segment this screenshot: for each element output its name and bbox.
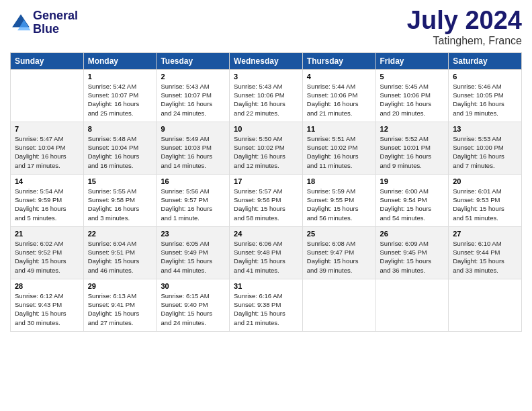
day-info: Sunrise: 5:53 AMSunset: 10:00 PMDaylight… [453, 134, 517, 170]
day-number: 18 [307, 177, 371, 185]
day-number: 16 [161, 177, 225, 185]
cell-week1-day7: 6Sunrise: 5:46 AMSunset: 10:05 PMDayligh… [449, 69, 522, 122]
header-monday: Monday [83, 52, 157, 69]
day-info: Sunrise: 5:57 AMSunset: 9:56 PMDaylight:… [234, 187, 298, 222]
cell-week5-day5 [302, 279, 375, 331]
day-info: Sunrise: 5:50 AMSunset: 10:02 PMDaylight… [234, 134, 298, 170]
day-number: 29 [88, 282, 152, 290]
cell-week3-day5: 18Sunrise: 5:59 AMSunset: 9:55 PMDayligh… [302, 174, 375, 226]
header-friday: Friday [375, 52, 449, 69]
cell-week5-day6 [375, 279, 449, 331]
day-info: Sunrise: 5:54 AMSunset: 9:59 PMDaylight:… [15, 187, 79, 222]
cell-week3-day1: 14Sunrise: 5:54 AMSunset: 9:59 PMDayligh… [11, 174, 84, 226]
day-number: 4 [307, 73, 371, 81]
day-info: Sunrise: 6:09 AMSunset: 9:45 PMDaylight:… [380, 239, 445, 275]
logo-text: General Blue [33, 9, 78, 36]
day-info: Sunrise: 5:56 AMSunset: 9:57 PMDaylight:… [161, 187, 225, 222]
header: General Blue July 2024 Tatinghem, France [10, 7, 522, 47]
day-number: 28 [15, 282, 79, 290]
cell-week2-day3: 9Sunrise: 5:49 AMSunset: 10:03 PMDayligh… [157, 122, 230, 174]
week-row-2: 7Sunrise: 5:47 AMSunset: 10:04 PMDayligh… [11, 122, 522, 174]
day-number: 3 [234, 73, 298, 81]
day-number: 13 [453, 125, 517, 133]
cell-week1-day2: 1Sunrise: 5:42 AMSunset: 10:07 PMDayligh… [83, 69, 157, 122]
logo: General Blue [10, 9, 78, 36]
day-number: 17 [234, 177, 298, 185]
cell-week4-day1: 21Sunrise: 6:02 AMSunset: 9:52 PMDayligh… [11, 226, 84, 279]
cell-week4-day3: 23Sunrise: 6:05 AMSunset: 9:49 PMDayligh… [157, 226, 230, 279]
day-info: Sunrise: 6:05 AMSunset: 9:49 PMDaylight:… [161, 239, 225, 275]
day-info: Sunrise: 5:46 AMSunset: 10:05 PMDaylight… [453, 82, 517, 118]
header-row: Sunday Monday Tuesday Wednesday Thursday… [11, 52, 522, 69]
day-info: Sunrise: 6:16 AMSunset: 9:38 PMDaylight:… [234, 291, 298, 327]
day-number: 5 [380, 73, 445, 81]
page-container: General Blue July 2024 Tatinghem, France… [0, 0, 532, 338]
day-number: 11 [307, 125, 371, 133]
location-title: Tatinghem, France [407, 35, 522, 47]
day-number: 6 [453, 73, 517, 81]
cell-week4-day6: 26Sunrise: 6:09 AMSunset: 9:45 PMDayligh… [375, 226, 449, 279]
day-info: Sunrise: 6:12 AMSunset: 9:43 PMDaylight:… [15, 291, 79, 327]
cell-week2-day1: 7Sunrise: 5:47 AMSunset: 10:04 PMDayligh… [11, 122, 84, 174]
cell-week1-day5: 4Sunrise: 5:44 AMSunset: 10:06 PMDayligh… [302, 69, 375, 122]
day-info: Sunrise: 5:43 AMSunset: 10:07 PMDaylight… [161, 82, 225, 118]
calendar-table: Sunday Monday Tuesday Wednesday Thursday… [10, 52, 522, 332]
day-number: 21 [15, 230, 79, 238]
day-info: Sunrise: 6:01 AMSunset: 9:53 PMDaylight:… [453, 187, 517, 222]
day-number: 14 [15, 177, 79, 185]
cell-week2-day7: 13Sunrise: 5:53 AMSunset: 10:00 PMDaylig… [449, 122, 522, 174]
day-info: Sunrise: 5:48 AMSunset: 10:04 PMDaylight… [88, 134, 152, 170]
day-info: Sunrise: 5:43 AMSunset: 10:06 PMDaylight… [234, 82, 298, 118]
cell-week5-day2: 29Sunrise: 6:13 AMSunset: 9:41 PMDayligh… [83, 279, 157, 331]
week-row-4: 21Sunrise: 6:02 AMSunset: 9:52 PMDayligh… [11, 226, 522, 279]
cell-week2-day6: 12Sunrise: 5:52 AMSunset: 10:01 PMDaylig… [375, 122, 449, 174]
day-number: 7 [15, 125, 79, 133]
day-number: 15 [88, 177, 152, 185]
day-number: 26 [380, 230, 445, 238]
cell-week3-day6: 19Sunrise: 6:00 AMSunset: 9:54 PMDayligh… [375, 174, 449, 226]
day-info: Sunrise: 5:47 AMSunset: 10:04 PMDaylight… [15, 134, 79, 170]
day-number: 30 [161, 282, 225, 290]
day-info: Sunrise: 6:04 AMSunset: 9:51 PMDaylight:… [88, 239, 152, 275]
cell-week2-day2: 8Sunrise: 5:48 AMSunset: 10:04 PMDayligh… [83, 122, 157, 174]
day-info: Sunrise: 6:06 AMSunset: 9:48 PMDaylight:… [234, 239, 298, 275]
day-info: Sunrise: 6:13 AMSunset: 9:41 PMDaylight:… [88, 291, 152, 327]
cell-week3-day4: 17Sunrise: 5:57 AMSunset: 9:56 PMDayligh… [230, 174, 303, 226]
day-number: 22 [88, 230, 152, 238]
cell-week3-day2: 15Sunrise: 5:55 AMSunset: 9:58 PMDayligh… [83, 174, 157, 226]
logo-line1: General [33, 9, 78, 22]
cell-week3-day7: 20Sunrise: 6:01 AMSunset: 9:53 PMDayligh… [449, 174, 522, 226]
week-row-5: 28Sunrise: 6:12 AMSunset: 9:43 PMDayligh… [11, 279, 522, 331]
header-tuesday: Tuesday [157, 52, 230, 69]
day-number: 23 [161, 230, 225, 238]
day-number: 10 [234, 125, 298, 133]
day-info: Sunrise: 5:55 AMSunset: 9:58 PMDaylight:… [88, 187, 152, 222]
day-number: 2 [161, 73, 225, 81]
cell-week1-day3: 2Sunrise: 5:43 AMSunset: 10:07 PMDayligh… [157, 69, 230, 122]
header-saturday: Saturday [449, 52, 522, 69]
cell-week5-day4: 31Sunrise: 6:16 AMSunset: 9:38 PMDayligh… [230, 279, 303, 331]
cell-week4-day4: 24Sunrise: 6:06 AMSunset: 9:48 PMDayligh… [230, 226, 303, 279]
cell-week5-day7 [449, 279, 522, 331]
day-info: Sunrise: 5:44 AMSunset: 10:06 PMDaylight… [307, 82, 371, 118]
week-row-1: 1Sunrise: 5:42 AMSunset: 10:07 PMDayligh… [11, 69, 522, 122]
day-number: 19 [380, 177, 445, 185]
week-row-3: 14Sunrise: 5:54 AMSunset: 9:59 PMDayligh… [11, 174, 522, 226]
header-thursday: Thursday [302, 52, 375, 69]
cell-week1-day4: 3Sunrise: 5:43 AMSunset: 10:06 PMDayligh… [230, 69, 303, 122]
day-number: 27 [453, 230, 517, 238]
header-wednesday: Wednesday [230, 52, 303, 69]
cell-week5-day1: 28Sunrise: 6:12 AMSunset: 9:43 PMDayligh… [11, 279, 84, 331]
cell-week2-day5: 11Sunrise: 5:51 AMSunset: 10:02 PMDaylig… [302, 122, 375, 174]
header-sunday: Sunday [11, 52, 84, 69]
day-info: Sunrise: 6:00 AMSunset: 9:54 PMDaylight:… [380, 187, 445, 222]
day-info: Sunrise: 6:15 AMSunset: 9:40 PMDaylight:… [161, 291, 225, 327]
day-info: Sunrise: 5:42 AMSunset: 10:07 PMDaylight… [88, 82, 152, 118]
day-info: Sunrise: 5:59 AMSunset: 9:55 PMDaylight:… [307, 187, 371, 222]
day-number: 9 [161, 125, 225, 133]
day-info: Sunrise: 6:08 AMSunset: 9:47 PMDaylight:… [307, 239, 371, 275]
month-title: July 2024 [407, 7, 522, 35]
day-info: Sunrise: 6:02 AMSunset: 9:52 PMDaylight:… [15, 239, 79, 275]
cell-week3-day3: 16Sunrise: 5:56 AMSunset: 9:57 PMDayligh… [157, 174, 230, 226]
cell-week1-day6: 5Sunrise: 5:45 AMSunset: 10:06 PMDayligh… [375, 69, 449, 122]
